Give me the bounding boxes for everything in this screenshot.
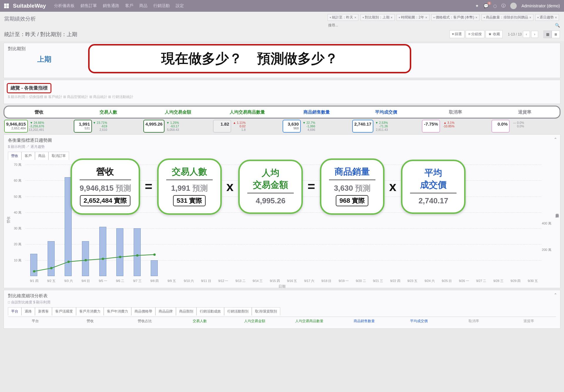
detail-panel: ⌃ 對比維度細項分析表 □ 自設對比維度 $ 顯示利潤 平台通路新舊客客戶活躍度…	[4, 290, 560, 329]
detail-col[interactable]: 商品銷售數量	[337, 319, 392, 324]
chart-bar	[134, 228, 141, 276]
filter-tag[interactable]: ▾時間範圍：2年×	[397, 14, 429, 21]
metric-header: 營收交易人數人均交易金額人均交易商品數量商品銷售數量平均成交價取消率退貨率	[4, 106, 560, 119]
close-icon[interactable]: ×	[354, 16, 356, 20]
detail-title: 對比維度細項分析表	[8, 293, 556, 299]
menu-item[interactable]: 商品	[139, 3, 147, 9]
filter-button[interactable]: ▾ 篩選	[449, 30, 464, 38]
detail-col[interactable]: 退貨率	[501, 319, 556, 324]
metric-card[interactable]: 3,630968	[283, 120, 301, 133]
detail-tab[interactable]: 通路	[21, 307, 35, 315]
tab-customer[interactable]: 客戶	[21, 152, 35, 160]
metric-card[interactable]: 4,995.26	[143, 120, 164, 133]
chart-bar	[99, 227, 106, 276]
detail-tab[interactable]: 商品類別	[176, 307, 197, 315]
filter-tag[interactable]: ▾對比期別：上期×	[360, 14, 395, 21]
metric-card[interactable]: 0.0%	[491, 120, 510, 133]
metric-card[interactable]: 1.82	[213, 120, 231, 133]
metric-card[interactable]: -7.75%	[422, 120, 440, 133]
metric-header-cell: 商品銷售數量	[282, 109, 351, 115]
avatar[interactable]	[510, 3, 517, 9]
chart-bar	[82, 241, 89, 276]
menu-item[interactable]: 設定	[176, 3, 184, 9]
detail-col[interactable]: 平台	[8, 319, 63, 324]
metric-header-cell: 取消率	[421, 109, 490, 115]
activity-icon[interactable]: ◌	[493, 4, 497, 8]
search-icon[interactable]: 🔍	[555, 23, 560, 28]
detail-col[interactable]: 營收	[63, 319, 118, 324]
metric-delta: ▼ 22.7%-1,0664,696	[301, 120, 316, 133]
detail-col[interactable]: 取消率	[446, 319, 501, 324]
metric-delta: ▲ 1.11%0.021.8	[231, 120, 246, 133]
filter-tag[interactable]: ▾逐日趨勢×	[535, 14, 559, 21]
overview-title: 總覽 - 各衡量指標	[7, 83, 51, 93]
overview-panel: 總覽 - 各衡量指標 $ 顯示利潤 □ 切換指標 ⊞ 客戶統計 ⊞ 商品型號統計…	[4, 80, 560, 104]
gift-icon[interactable]: ✦	[475, 4, 479, 8]
metric-card[interactable]: 1,991531	[74, 120, 92, 133]
detail-col[interactable]: 人均交易商品數量	[282, 319, 337, 324]
detail-col[interactable]: 交易人數	[172, 319, 227, 324]
filter-tag[interactable]: ▾價格模式：客戶價 (本幣)×	[431, 14, 479, 21]
metric-delta: ▼ 23.71%-6192,610	[92, 120, 108, 133]
x-axis-label: 日期	[278, 284, 286, 289]
menu-item[interactable]: 行銷活動	[153, 3, 170, 9]
detail-tab[interactable]: 取消/退貨類別	[252, 307, 280, 315]
metric-card[interactable]: 2,740.17	[352, 120, 373, 133]
detail-tab[interactable]: 新舊客	[35, 307, 52, 315]
metric-header-cell: 退貨率	[490, 109, 560, 115]
metric-delta: ▲ 3.1%-10.85%	[440, 120, 455, 133]
menu-item[interactable]: 客戶	[125, 3, 133, 9]
filter-tag[interactable]: ▾商品數量：排除折扣與贈品×	[481, 14, 533, 21]
prev-button[interactable]: ‹	[523, 31, 530, 38]
top-nav: SuitableWay 分析儀表板 銷售訂單 銷售通路 客戶 商品 行銷活動 設…	[0, 0, 564, 12]
help-icon[interactable]: ⓘ	[501, 3, 506, 9]
detail-tab[interactable]: 客戶月消費力	[76, 307, 104, 315]
favorite-button[interactable]: ★ 收藏	[486, 30, 502, 38]
menu-item[interactable]: 分析儀表板	[54, 3, 75, 9]
detail-tab[interactable]: 行銷活動成效	[197, 307, 224, 315]
detail-tab[interactable]: 客戶活躍度	[52, 307, 76, 315]
metric-delta: ▼ 24.66%-3,255,67613,202,491	[28, 120, 45, 133]
search-input[interactable]	[328, 23, 404, 28]
tab-revenue[interactable]: 營收	[8, 152, 21, 160]
detail-tab[interactable]: 客戶年消費力	[104, 307, 131, 315]
tab-product[interactable]: 商品	[35, 152, 48, 160]
collapse-icon[interactable]: ⌃	[554, 137, 557, 142]
metric-header-cell: 人均交易商品數量	[213, 109, 282, 115]
detail-tab[interactable]: 商品價格帶	[131, 307, 155, 315]
brand: SuitableWay	[13, 3, 46, 9]
chart-bar	[65, 177, 72, 276]
detail-col[interactable]: 人均交易金額	[227, 319, 282, 324]
detail-tab[interactable]: 行銷活動類別	[224, 307, 252, 315]
groupby-button[interactable]: ≡ 分組按	[466, 30, 484, 38]
menu-item[interactable]: 銷售訂單	[80, 3, 97, 9]
menu-item[interactable]: 銷售通路	[103, 3, 119, 9]
tab-cancel[interactable]: 取消訂單	[48, 152, 69, 160]
detail-col[interactable]: 營收占比	[118, 319, 172, 324]
filter-tag[interactable]: ▾統計至：昨天×	[328, 14, 358, 21]
annotation-banner: 現在做多少？ 預測做多少？	[88, 44, 411, 73]
metric-header-cell: 人均交易金額	[143, 109, 213, 115]
metric-header-cell: 平均成交價	[351, 109, 421, 115]
metric-delta: ▼ 2.53%-71.262,811.43	[373, 120, 389, 133]
metric-card[interactable]: 9,946,8152,652,484	[4, 120, 28, 133]
banner-right: 預測做多少？	[257, 50, 338, 68]
detail-tab[interactable]: 商品品牌	[155, 307, 176, 315]
messages-icon[interactable]: 💬1	[484, 4, 489, 8]
main-menu: 分析儀表板 銷售訂單 銷售通路 客戶 商品 行銷活動 設定	[54, 3, 184, 9]
overview-sub: $ 顯示利潤 □ 切換指標 ⊞ 客戶統計 ⊞ 商品型號統計 ⊞ 商品統計 ⊞ 行…	[8, 94, 560, 99]
collapse-icon[interactable]: ⌃	[554, 293, 557, 297]
view-list-button[interactable]: ≣	[552, 31, 560, 38]
user-name[interactable]: Administrator (demo)	[521, 4, 560, 8]
detail-col[interactable]: 平均成交價	[392, 319, 446, 324]
apps-icon[interactable]	[4, 4, 9, 8]
metric-cards: 9,946,8152,652,484▼ 24.66%-3,255,67613,2…	[0, 119, 564, 133]
detail-tab[interactable]: 平台	[8, 307, 21, 315]
trend-plot: 營收 累計金額 9/1 四9/2 五9/3 六9/4 日9/5 一9/6 二9/…	[8, 162, 556, 285]
detail-tabs: 平台通路新舊客客戶活躍度客戶月消費力客戶年消費力商品價格帶商品品牌商品類別行銷活…	[8, 307, 556, 315]
trend-title: 各衡量指標逐日趨勢圖	[8, 138, 556, 143]
breadcrumb: 統計至：昨天 / 對比期別：上期	[4, 31, 77, 38]
next-button[interactable]: ›	[531, 31, 538, 38]
view-kanban-button[interactable]: ▦	[543, 31, 552, 38]
chart-bar	[116, 228, 123, 276]
